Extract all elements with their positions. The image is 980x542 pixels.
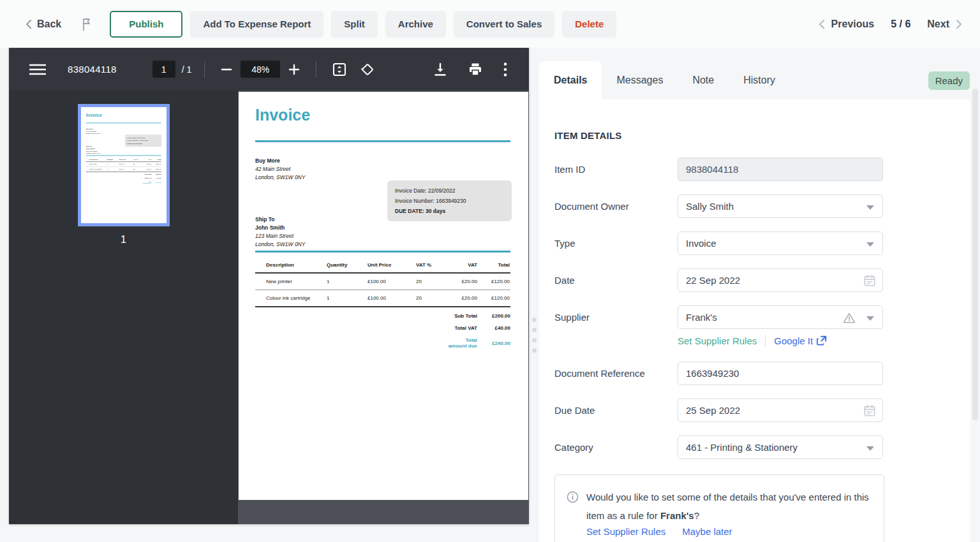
invoice-from-block: Buy More 42 Main Street London, SW1W 0NY xyxy=(255,157,305,182)
previous-button[interactable]: Previous xyxy=(819,18,875,30)
delete-button[interactable]: Delete xyxy=(562,11,616,38)
more-options-button[interactable] xyxy=(501,59,510,80)
ship-to-label: Ship To xyxy=(255,216,305,224)
set-supplier-rules-link[interactable]: Set Supplier Rules xyxy=(678,335,757,346)
calendar-icon[interactable] xyxy=(863,404,876,419)
chevron-right-icon xyxy=(956,19,962,29)
tab-details[interactable]: Details xyxy=(539,61,602,99)
type-select[interactable]: Invoice xyxy=(678,231,883,255)
thumbnail-sidebar: Invoice Buy More 42 Main Street London, … xyxy=(9,91,238,524)
details-panel: Details Messages Note History Ready ITEM… xyxy=(539,48,980,542)
split-button[interactable]: Split xyxy=(331,11,378,38)
page-thumbnail[interactable]: Invoice Buy More 42 Main Street London, … xyxy=(78,104,170,226)
invoice-from-block: Buy More 42 Main Street London, SW1W 0NY xyxy=(85,128,100,135)
invoice-title: Invoice xyxy=(255,106,310,124)
field-row-document-owner: Document Owner Sally Smith xyxy=(554,194,970,218)
maybe-later-link[interactable]: Maybe later xyxy=(682,526,732,537)
page-number-input[interactable]: 1 xyxy=(152,61,175,78)
total-vat-row: Total VAT £40.00 xyxy=(255,319,510,332)
due-date-value: 25 Sep 2022 xyxy=(686,405,740,416)
add-to-expense-report-button[interactable]: Add To Expense Report xyxy=(190,11,323,38)
google-it-label: Google It xyxy=(774,335,813,346)
tab-history[interactable]: History xyxy=(729,61,790,99)
table-row: Colour ink cartridge 1 £100.00 20 £20.00… xyxy=(255,290,510,307)
supplier-select[interactable]: Frank's xyxy=(678,305,883,329)
divider xyxy=(85,155,161,156)
invoice-meta-box: Invoice Date: 22/09/2022 Invoice Number:… xyxy=(387,180,512,221)
next-button[interactable]: Next xyxy=(927,18,962,30)
invoice-line-items-table: Description Quantity Unit Price VAT % VA… xyxy=(85,157,161,184)
chevron-down-icon xyxy=(866,205,874,210)
fit-page-icon xyxy=(332,62,347,77)
rotate-icon xyxy=(360,62,375,77)
field-row-date: Date 22 Sep 2022 xyxy=(554,268,970,292)
invoice-due-line: DUE DATE: 30 days xyxy=(395,206,504,216)
panel-tabs: Details Messages Note History Ready xyxy=(539,61,980,99)
rotate-button[interactable] xyxy=(357,59,378,80)
status-badge: Ready xyxy=(928,71,970,90)
external-link-icon xyxy=(817,335,827,346)
zoom-in-button[interactable] xyxy=(285,61,303,78)
item-id-input[interactable] xyxy=(678,157,883,181)
col-total: Total xyxy=(477,258,510,273)
google-it-link[interactable]: Google It xyxy=(774,335,827,346)
toolbar-divider xyxy=(204,61,205,78)
category-value: 461 - Printing & Stationery xyxy=(686,442,798,453)
due-date-input[interactable]: 25 Sep 2022 xyxy=(678,399,883,422)
divider xyxy=(765,335,766,346)
col-description: Description xyxy=(255,258,327,273)
zoom-out-button[interactable] xyxy=(218,61,235,78)
category-select[interactable]: 461 - Printing & Stationery xyxy=(678,436,883,459)
ship-to-address2: London, SW1W 0NY xyxy=(255,240,305,249)
ship-to-address1: 123 Main Street xyxy=(255,232,305,240)
invoice-ship-block: Ship To John Smith 123 Main Street Londo… xyxy=(255,216,305,249)
grand-total-row: Total amount due £240.00 xyxy=(85,179,161,184)
table-row: New printer 1 £100.00 20 £20.00 £120.00 xyxy=(255,273,510,290)
document-owner-select[interactable]: Sally Smith xyxy=(678,194,883,218)
document-reference-input[interactable] xyxy=(678,362,883,385)
supplier-value: Frank's xyxy=(686,312,717,323)
back-label: Back xyxy=(37,18,61,30)
invoice-date-line: Invoice Date: 22/09/2022 xyxy=(395,186,504,196)
archive-button[interactable]: Archive xyxy=(385,11,446,38)
fit-to-page-button[interactable] xyxy=(329,59,350,80)
convert-to-sales-button[interactable]: Convert to Sales xyxy=(454,11,554,38)
chevron-down-icon xyxy=(866,316,874,321)
document-owner-label: Document Owner xyxy=(554,201,678,212)
flag-button[interactable] xyxy=(80,17,93,31)
col-vat: VAT xyxy=(447,258,477,273)
grand-total-row: Total amount due £240.00 xyxy=(255,332,510,349)
chevron-down-icon xyxy=(866,242,874,247)
table-row: Colour ink cartridge 1 £100.00 20 £20.00… xyxy=(85,167,161,172)
col-vat-percent: VAT % xyxy=(416,258,447,273)
field-row-category: Category 461 - Printing & Stationery xyxy=(554,436,970,459)
sidebar-toggle-button[interactable] xyxy=(27,61,48,78)
panel-resize-handle[interactable] xyxy=(529,297,539,373)
print-button[interactable] xyxy=(465,59,486,80)
from-address2: London, SW1W 0NY xyxy=(85,133,100,135)
back-button[interactable]: Back xyxy=(26,18,61,30)
chevron-left-icon xyxy=(26,19,32,29)
calendar-icon[interactable] xyxy=(863,274,876,289)
col-quantity: Quantity xyxy=(107,157,119,162)
document-reference-label: Document Reference xyxy=(554,368,678,379)
invoice-title: Invoice xyxy=(85,112,101,118)
item-id-label: Item ID xyxy=(554,164,678,175)
field-row-type: Type Invoice xyxy=(554,231,970,255)
chevron-down-icon xyxy=(866,446,874,451)
panel-scrollbar[interactable] xyxy=(972,89,978,420)
print-icon xyxy=(468,62,483,77)
download-button[interactable] xyxy=(431,60,450,79)
publish-button[interactable]: Publish xyxy=(110,11,182,38)
col-unit-price: Unit Price xyxy=(119,157,133,162)
date-input[interactable]: 22 Sep 2022 xyxy=(678,268,883,292)
warning-icon xyxy=(843,312,856,326)
toolbar-divider xyxy=(316,61,316,78)
tab-note[interactable]: Note xyxy=(678,61,729,99)
notice-set-supplier-rules-link[interactable]: Set Supplier Rules xyxy=(586,526,665,537)
document-area: Invoice Buy More 42 Main Street London, … xyxy=(238,91,529,524)
document-page: Invoice Buy More 42 Main Street London, … xyxy=(81,108,167,223)
invoice-meta-box: Invoice Date: 22/09/2022 Invoice Number:… xyxy=(124,135,161,147)
tab-messages[interactable]: Messages xyxy=(602,61,678,99)
minus-icon xyxy=(220,63,233,76)
